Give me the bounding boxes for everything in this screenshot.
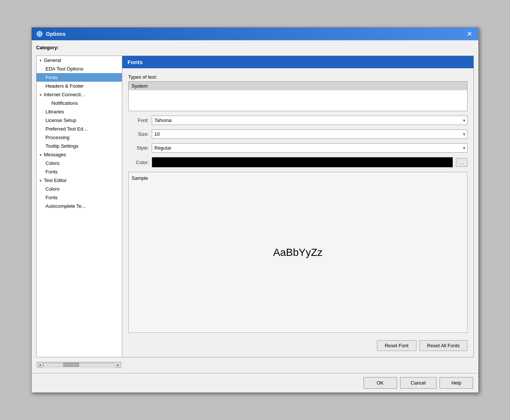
font-select-wrapper: Tahoma <box>152 116 468 125</box>
help-button[interactable]: Help <box>440 377 473 389</box>
sidebar-item-label: Fonts <box>45 169 58 175</box>
style-select[interactable]: Regular <box>152 143 468 153</box>
dialog-footer: OK Cancel Help <box>32 373 478 392</box>
sidebar-item-label: Colors <box>45 186 60 192</box>
expand-icon: ▾ <box>40 93 42 97</box>
color-picker-button[interactable]: … <box>456 158 468 167</box>
color-row: Color: … <box>128 157 468 167</box>
reset-buttons-area: Reset Font Reset All Fonts <box>128 337 468 351</box>
font-select[interactable]: Tahoma <box>152 116 468 125</box>
sidebar-item-fonts-general[interactable]: Fonts <box>37 73 122 82</box>
sidebar-item-processing[interactable]: Processing <box>37 133 122 142</box>
scroll-left-button[interactable]: ◂ <box>37 362 42 367</box>
sidebar-item-headers-footer[interactable]: Headers & Footer <box>37 82 122 90</box>
sidebar-item-text-editor-fonts[interactable]: Fonts <box>37 193 122 202</box>
size-select-wrapper: 10 <box>152 129 468 139</box>
size-select[interactable]: 10 <box>152 129 468 139</box>
sidebar-item-internet-connect[interactable]: ▾ Internet Connecti… <box>37 90 122 99</box>
ok-button[interactable]: OK <box>363 377 397 389</box>
sidebar-item-label: Text Editor <box>44 178 66 183</box>
dialog-title: Options <box>46 31 66 37</box>
title-bar-left: Options <box>36 31 66 37</box>
sidebar-item-label: EDA Tool Options <box>45 66 84 72</box>
style-select-wrapper: Regular <box>152 143 468 153</box>
font-label: Font: <box>128 117 149 123</box>
sidebar-item-label: Processing <box>45 135 69 140</box>
types-of-text-label: Types of text: <box>128 74 468 80</box>
sidebar-item-notifications[interactable]: Notifications <box>37 99 122 107</box>
sample-label: Sample <box>132 175 148 181</box>
tree-panel: ▾ General EDA Tool Options Fonts Headers… <box>37 56 122 357</box>
cancel-button[interactable]: Cancel <box>400 377 437 389</box>
reset-all-fonts-button[interactable]: Reset All Fonts <box>419 340 468 351</box>
sample-area: Sample AaBbYyZz <box>128 172 468 333</box>
sidebar-item-label: Messages <box>44 152 66 157</box>
main-content: ▾ General EDA Tool Options Fonts Headers… <box>36 56 474 357</box>
sidebar-item-autocomplete[interactable]: Autocomplete Te… <box>37 202 122 210</box>
text-type-system[interactable]: System <box>129 82 467 90</box>
sidebar-item-tooltip-settings[interactable]: Tooltip Settings <box>37 142 122 150</box>
reset-font-button[interactable]: Reset Font <box>377 340 416 351</box>
sidebar-item-text-editor-colors[interactable]: Colors <box>37 185 122 193</box>
color-preview <box>152 157 453 167</box>
close-button[interactable]: ✕ <box>465 31 474 37</box>
color-label: Color: <box>128 160 149 165</box>
sample-preview: AaBbYyZz <box>132 175 464 329</box>
font-row: Font: Tahoma <box>128 116 468 125</box>
options-dialog: Options ✕ Category: ▾ General EDA Tool O… <box>31 27 479 393</box>
text-types-listbox[interactable]: System <box>128 81 468 111</box>
sidebar-item-label: Fonts <box>45 75 58 80</box>
sidebar-item-eda-tool-options[interactable]: EDA Tool Options <box>37 65 122 73</box>
types-of-text-section: Types of text: System <box>128 74 468 111</box>
sidebar-item-libraries[interactable]: Libraries <box>37 107 122 116</box>
panel-header: Fonts <box>122 56 473 68</box>
sidebar-item-label: General <box>44 57 61 63</box>
sidebar-item-messages-colors[interactable]: Colors <box>37 159 122 167</box>
right-panel: Fonts Types of text: System Font: <box>122 56 473 357</box>
sidebar-item-license-setup[interactable]: License Setup <box>37 116 122 125</box>
sidebar-item-messages-fonts[interactable]: Fonts <box>37 167 122 176</box>
sidebar-item-preferred-text-ed[interactable]: Preferred Text Ed… <box>37 125 122 133</box>
panel-content: Types of text: System Font: Tahoma <box>122 68 473 357</box>
sidebar-item-label: License Setup <box>45 117 76 123</box>
sidebar-item-label: Preferred Text Ed… <box>45 126 88 132</box>
app-icon <box>36 31 43 37</box>
sidebar-item-label: Colors <box>45 160 60 166</box>
expand-icon: ▾ <box>40 178 42 183</box>
sidebar-item-label: Internet Connecti… <box>44 92 86 97</box>
expand-icon: ▾ <box>40 58 42 63</box>
size-label: Size: <box>128 131 149 137</box>
sidebar-item-label: Notifications <box>51 100 78 106</box>
sidebar-item-label: Headers & Footer <box>45 83 84 89</box>
sidebar-item-label: Libraries <box>45 109 64 115</box>
sidebar-item-label: Tooltip Settings <box>45 143 78 149</box>
category-label: Category: <box>36 45 474 50</box>
svg-point-1 <box>39 33 40 35</box>
style-row: Style: Regular <box>128 143 468 153</box>
sidebar-item-label: Fonts <box>45 195 58 200</box>
sidebar-item-messages[interactable]: ▾ Messages <box>37 150 122 159</box>
style-label: Style: <box>128 145 149 151</box>
sidebar-item-label: Autocomplete Te… <box>45 203 86 209</box>
sidebar-item-general[interactable]: ▾ General <box>37 56 122 65</box>
sidebar-item-text-editor[interactable]: ▾ Text Editor <box>37 176 122 185</box>
dialog-body: Category: ▾ General EDA Tool Options Fon… <box>32 40 478 373</box>
expand-icon: ▾ <box>40 153 42 157</box>
title-bar: Options ✕ <box>32 28 478 40</box>
size-row: Size: 10 <box>128 129 468 139</box>
scroll-right-button[interactable]: ▸ <box>116 362 121 367</box>
